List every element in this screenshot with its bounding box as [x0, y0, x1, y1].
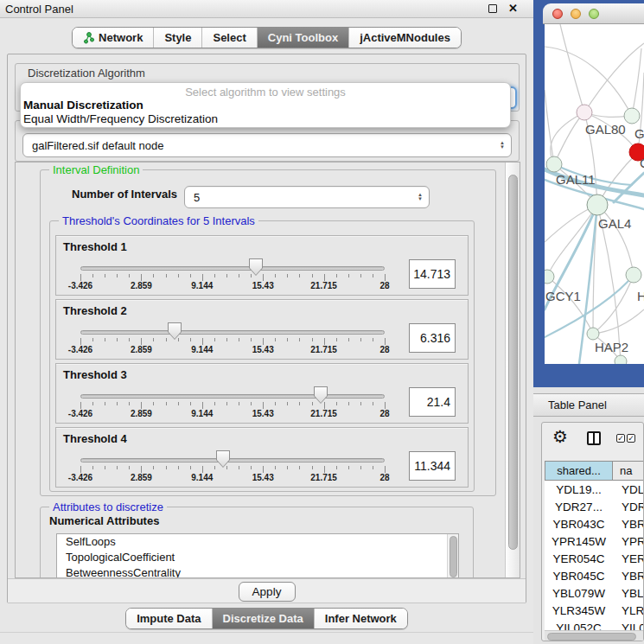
number-of-intervals-combo[interactable]: 5 ▲▼: [184, 186, 430, 208]
attribute-list-item[interactable]: TopologicalCoefficient: [57, 550, 458, 565]
threshold-value-field[interactable]: 6.316: [409, 323, 456, 353]
network-node[interactable]: [546, 156, 562, 172]
network-node[interactable]: [615, 355, 627, 364]
attribute-list-item[interactable]: BetweennessCentrality: [57, 565, 458, 578]
slider-thumb[interactable]: [216, 450, 230, 468]
bottom-tab-infer-network[interactable]: Infer Network: [314, 609, 407, 628]
top-tab-cyni-toolbox[interactable]: Cyni Toolbox: [257, 28, 348, 48]
threshold-value-field[interactable]: 21.4: [409, 387, 456, 417]
table-row[interactable]: YER054CYER0: [545, 551, 643, 568]
table-panel-body: ⚙ ✓ ✓ shared... na YDL19...YDL1YDR27...Y…: [541, 422, 644, 641]
network-node[interactable]: [626, 267, 641, 283]
slider-thumb[interactable]: [168, 322, 182, 340]
bottom-tab-impute-data[interactable]: Impute Data: [126, 609, 211, 628]
network-node[interactable]: [587, 328, 599, 340]
network-node[interactable]: [587, 194, 608, 215]
slider-track[interactable]: [80, 458, 385, 462]
scale-label: 15.43: [252, 409, 274, 418]
threshold-value-field[interactable]: 14.713: [409, 259, 456, 289]
outer-scrollbar-thumb[interactable]: [508, 175, 518, 550]
slider-track[interactable]: [80, 330, 385, 335]
stepper-icon: ▲▼: [418, 193, 423, 201]
tick-mark: [214, 338, 215, 341]
table-row[interactable]: YBR043CYBR0: [545, 516, 643, 533]
slider-track[interactable]: [80, 266, 385, 271]
table-hscrollbar-thumb[interactable]: [547, 633, 636, 641]
node-table: shared... na YDL19...YDL1YDR27...YDR2YBR…: [545, 461, 643, 641]
tick-mark: [239, 338, 239, 341]
close-traffic-light[interactable]: [552, 9, 563, 19]
table-row[interactable]: YLR345WYLR3: [545, 603, 643, 620]
bottom-tab-bar: Impute DataDiscretize DataInfer Network: [0, 608, 533, 629]
tab-label: Discretize Data: [223, 612, 303, 625]
tick-mark: [287, 402, 288, 405]
outer-scrollbar[interactable]: [505, 163, 520, 577]
apply-button[interactable]: Apply: [239, 582, 296, 602]
attributes-scrollbar[interactable]: [447, 534, 458, 578]
tick-mark: [117, 402, 118, 405]
panel-title: Control Panel: [5, 3, 73, 16]
threshold-value-field[interactable]: 11.344: [409, 451, 456, 481]
top-tab-select[interactable]: Select: [201, 28, 256, 48]
network-canvas[interactable]: GAL80GACGAL11GAL4GCY1HHAP2: [545, 24, 644, 364]
network-node[interactable]: [545, 270, 554, 284]
bottom-tab-discretize-data[interactable]: Discretize Data: [212, 609, 314, 628]
tick-mark: [202, 338, 203, 345]
network-node-label: GAL4: [598, 216, 631, 231]
tab-label: Cyni Toolbox: [268, 31, 338, 44]
table-row[interactable]: YDL19...YDL1: [545, 481, 643, 499]
zoom-traffic-light[interactable]: [589, 9, 599, 19]
table-data-combo[interactable]: galFiltered.sif default node ▲▼: [22, 133, 512, 157]
minimize-traffic-light[interactable]: [571, 9, 581, 19]
tick-mark: [312, 466, 313, 469]
columns-icon[interactable]: [587, 431, 601, 445]
scale-label: -3.426: [68, 473, 92, 482]
tick-mark: [117, 274, 118, 277]
numerical-attributes-list[interactable]: SelfLoopsTopologicalCoefficientBetweenne…: [56, 533, 459, 578]
tick-mark: [348, 338, 349, 341]
dropdown-option-manual[interactable]: Manual Discretization: [21, 99, 510, 112]
top-tab-bar: NetworkStyleSelectCyni ToolboxjActiveMNo…: [0, 27, 533, 48]
slider-thumb-face: [315, 387, 327, 403]
cell-name: YDL1: [613, 481, 643, 499]
column-header-name[interactable]: na: [613, 462, 643, 480]
tick-mark: [287, 274, 288, 277]
checkbox-icon[interactable]: ✓: [616, 434, 625, 443]
table-horizontal-scrollbar[interactable]: [545, 630, 643, 641]
table-row[interactable]: YPR145WYPR1: [545, 533, 643, 551]
slider-thumb-face: [217, 451, 229, 467]
tick-mark: [202, 274, 203, 281]
column-header-shared-name[interactable]: shared...: [545, 462, 613, 480]
tick-mark: [117, 466, 118, 469]
tick-mark: [178, 274, 179, 277]
slider-thumb[interactable]: [249, 258, 263, 276]
top-tab-style[interactable]: Style: [153, 28, 201, 48]
checkbox-icon[interactable]: ✓: [627, 434, 635, 443]
top-tab-jactivemnodules[interactable]: jActiveMNodules: [348, 28, 461, 48]
table-row[interactable]: YDR27...YDR2: [545, 499, 643, 516]
threshold-title: Threshold 1: [63, 240, 127, 253]
gear-icon[interactable]: ⚙: [552, 426, 568, 447]
tick-mark: [153, 274, 154, 277]
attribute-list-item[interactable]: SelfLoops: [57, 534, 458, 550]
slider-thumb-face: [169, 323, 181, 339]
tick-mark: [275, 338, 276, 341]
slider-track[interactable]: [80, 394, 385, 399]
table-row[interactable]: YBL079WYBL0: [545, 585, 643, 603]
table-row[interactable]: YIL052CYIL0: [545, 620, 643, 630]
cell-shared-name: YBR045C: [545, 568, 613, 585]
close-icon[interactable]: ✕: [508, 2, 518, 15]
table-row[interactable]: YBR045CYBR0: [545, 568, 643, 585]
tick-mark: [251, 402, 252, 405]
float-window-icon[interactable]: [488, 4, 497, 13]
algorithm-dropdown-popup: Select algorithm to view settings Manual…: [20, 82, 511, 128]
network-node[interactable]: [624, 108, 640, 124]
dropdown-option-equal-width[interactable]: Equal Width/Frequency Discretization: [21, 112, 510, 126]
network-node-label: GAL11: [556, 172, 596, 187]
tick-mark: [92, 402, 93, 405]
attributes-scrollbar-thumb[interactable]: [450, 536, 457, 577]
top-tab-network[interactable]: Network: [73, 28, 153, 48]
cell-name: YIL0: [613, 620, 643, 630]
slider-thumb[interactable]: [314, 386, 328, 404]
network-node[interactable]: [577, 105, 592, 120]
